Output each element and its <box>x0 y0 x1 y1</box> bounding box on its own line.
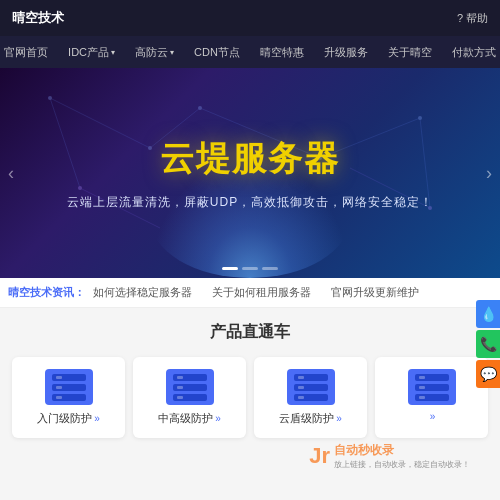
nav-item-special[interactable]: 晴空特惠 <box>250 36 314 68</box>
svg-line-0 <box>50 98 150 148</box>
watermark-logo: Jr <box>309 443 330 469</box>
svg-point-13 <box>78 186 82 190</box>
nav-item-about[interactable]: 关于晴空 <box>378 36 442 68</box>
ticker-item-2[interactable]: 关于如何租用服务器 <box>212 285 311 300</box>
product-name-basic: 入门级防护 » <box>37 411 100 426</box>
main-nav: 官网首页 IDC产品 ▾ 高防云 ▾ CDN节点 晴空特惠 升级服务 关于晴空 … <box>0 36 500 68</box>
product-arrow-basic: » <box>94 413 100 424</box>
hero-dot-1[interactable] <box>222 267 238 270</box>
product-name-cloud: 云盾级防护 » <box>279 411 342 426</box>
products-section: 产品直通车 入门级防护 » <box>0 308 500 446</box>
float-btn-water[interactable]: 💧 <box>476 300 500 328</box>
question-icon: ? <box>457 12 463 24</box>
product-card-cloud[interactable]: 云盾级防护 » <box>254 357 367 438</box>
product-card-extra[interactable]: » <box>375 357 488 438</box>
hero-subtitle: 云端上层流量清洗，屏蔽UDP，高效抵御攻击，网络安全稳定！ <box>67 194 433 211</box>
float-btn-chat[interactable]: 💬 <box>476 360 500 388</box>
watermark-text: 自动秒收录 <box>334 442 470 459</box>
svg-point-8 <box>48 96 52 100</box>
chevron-down-icon: ▾ <box>111 48 115 57</box>
ticker-label: 晴空技术资讯： <box>8 285 85 300</box>
server-icon-mid <box>166 369 214 405</box>
nav-item-cdn[interactable]: CDN节点 <box>184 36 250 68</box>
hero-nav-arrows: ‹ › <box>0 163 500 184</box>
product-arrow-mid: » <box>215 413 221 424</box>
news-ticker: 晴空技术资讯： 如何选择稳定服务器 关于如何租用服务器 官网升级更新维护 <box>0 278 500 308</box>
product-name-mid: 中高级防护 » <box>158 411 221 426</box>
watermark-subtext: 放上链接，自动收录，稳定自动收录！ <box>334 459 470 470</box>
nav-item-payment[interactable]: 付款方式 <box>442 36 500 68</box>
products-title: 产品直通车 <box>12 322 488 343</box>
product-card-basic[interactable]: 入门级防护 » <box>12 357 125 438</box>
float-btn-phone[interactable]: 📞 <box>476 330 500 358</box>
nav-item-home[interactable]: 官网首页 <box>0 36 58 68</box>
hero-dot-2[interactable] <box>242 267 258 270</box>
server-icon-basic <box>45 369 93 405</box>
sidebar-float: 💧 📞 💬 <box>476 300 500 388</box>
svg-point-12 <box>418 116 422 120</box>
prev-arrow[interactable]: ‹ <box>8 163 14 184</box>
nav-item-idc[interactable]: IDC产品 ▾ <box>58 36 125 68</box>
ticker-item-3[interactable]: 官网升级更新维护 <box>331 285 419 300</box>
server-icon-cloud <box>287 369 335 405</box>
next-arrow[interactable]: › <box>486 163 492 184</box>
server-icon-extra <box>408 369 456 405</box>
product-name-extra: » <box>428 411 436 422</box>
svg-point-9 <box>148 146 152 150</box>
nav-item-upgrade[interactable]: 升级服务 <box>314 36 378 68</box>
logo: 晴空技术 <box>12 9 64 27</box>
nav-item-ddos[interactable]: 高防云 ▾ <box>125 36 184 68</box>
product-arrow-extra: » <box>430 411 436 422</box>
ticker-items: 如何选择稳定服务器 关于如何租用服务器 官网升级更新维护 <box>93 285 419 300</box>
help-button[interactable]: ? 帮助 <box>457 11 488 26</box>
watermark: Jr 自动秒收录 放上链接，自动收录，稳定自动收录！ <box>309 442 470 470</box>
help-label: 帮助 <box>466 11 488 26</box>
hero-dots <box>222 267 278 270</box>
header: 晴空技术 ? 帮助 <box>0 0 500 36</box>
ticker-item-1[interactable]: 如何选择稳定服务器 <box>93 285 192 300</box>
chevron-down-icon: ▾ <box>170 48 174 57</box>
hero-dot-3[interactable] <box>262 267 278 270</box>
product-grid: 入门级防护 » 中高级防护 » <box>12 357 488 438</box>
svg-point-10 <box>198 106 202 110</box>
product-arrow-cloud: » <box>336 413 342 424</box>
hero-banner: ‹ › 云堤服务器 云端上层流量清洗，屏蔽UDP，高效抵御攻击，网络安全稳定！ <box>0 68 500 278</box>
product-card-mid[interactable]: 中高级防护 » <box>133 357 246 438</box>
